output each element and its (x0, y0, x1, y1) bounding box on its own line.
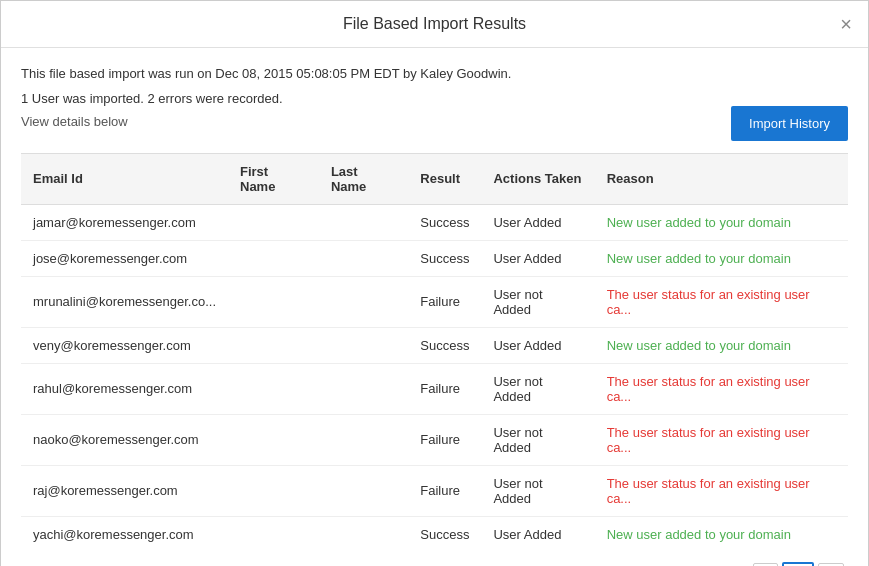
top-row: This file based import was run on Dec 08… (21, 64, 848, 141)
cell-actions: User Added (481, 327, 594, 363)
cell-email: jamar@koremessenger.com (21, 204, 228, 240)
col-lastname: Last Name (319, 153, 408, 204)
modal-title: File Based Import Results (343, 15, 526, 33)
cell-firstname (228, 276, 319, 327)
col-actions: Actions Taken (481, 153, 594, 204)
table-row: naoko@koremessenger.com Failure User not… (21, 414, 848, 465)
cell-actions: User not Added (481, 276, 594, 327)
prev-page-button[interactable]: « (753, 563, 779, 566)
cell-lastname (319, 240, 408, 276)
table-row: rahul@koremessenger.com Failure User not… (21, 363, 848, 414)
cell-email: raj@koremessenger.com (21, 465, 228, 516)
pagination: « 1 » (21, 552, 848, 566)
col-reason: Reason (595, 153, 848, 204)
info-section: This file based import was run on Dec 08… (21, 64, 511, 141)
col-result: Result (408, 153, 481, 204)
cell-email: mrunalini@koremessenger.co... (21, 276, 228, 327)
cell-actions: User Added (481, 204, 594, 240)
next-page-button[interactable]: » (818, 563, 844, 566)
cell-firstname (228, 204, 319, 240)
cell-reason: The user status for an existing user ca.… (595, 276, 848, 327)
close-button[interactable]: × (840, 14, 852, 34)
cell-email: veny@koremessenger.com (21, 327, 228, 363)
cell-firstname (228, 240, 319, 276)
info-line2: 1 User was imported. 2 errors were recor… (21, 89, 511, 110)
cell-actions: User not Added (481, 414, 594, 465)
view-details-text: View details below (21, 114, 511, 129)
cell-firstname (228, 414, 319, 465)
table-row: raj@koremessenger.com Failure User not A… (21, 465, 848, 516)
cell-reason: New user added to your domain (595, 204, 848, 240)
cell-lastname (319, 276, 408, 327)
cell-reason: The user status for an existing user ca.… (595, 414, 848, 465)
cell-reason: The user status for an existing user ca.… (595, 363, 848, 414)
modal-container: File Based Import Results × This file ba… (0, 0, 869, 566)
table-row: mrunalini@koremessenger.co... Failure Us… (21, 276, 848, 327)
cell-lastname (319, 327, 408, 363)
col-email: Email Id (21, 153, 228, 204)
cell-reason: The user status for an existing user ca.… (595, 465, 848, 516)
table-row: jamar@koremessenger.com Success User Add… (21, 204, 848, 240)
cell-actions: User Added (481, 516, 594, 552)
cell-lastname (319, 516, 408, 552)
current-page: 1 (782, 562, 814, 566)
cell-reason: New user added to your domain (595, 327, 848, 363)
cell-email: rahul@koremessenger.com (21, 363, 228, 414)
modal-header: File Based Import Results × (1, 1, 868, 48)
table-row: veny@koremessenger.com Success User Adde… (21, 327, 848, 363)
cell-actions: User Added (481, 240, 594, 276)
cell-firstname (228, 363, 319, 414)
import-history-button[interactable]: Import History (731, 106, 848, 141)
cell-result: Success (408, 327, 481, 363)
table-header-row: Email Id First Name Last Name Result Act… (21, 153, 848, 204)
table-row: yachi@koremessenger.com Success User Add… (21, 516, 848, 552)
cell-result: Failure (408, 465, 481, 516)
table-row: jose@koremessenger.com Success User Adde… (21, 240, 848, 276)
cell-actions: User not Added (481, 465, 594, 516)
results-table: Email Id First Name Last Name Result Act… (21, 153, 848, 552)
cell-result: Failure (408, 363, 481, 414)
cell-email: naoko@koremessenger.com (21, 414, 228, 465)
cell-result: Success (408, 204, 481, 240)
cell-result: Failure (408, 414, 481, 465)
cell-email: jose@koremessenger.com (21, 240, 228, 276)
cell-email: yachi@koremessenger.com (21, 516, 228, 552)
cell-result: Failure (408, 276, 481, 327)
cell-actions: User not Added (481, 363, 594, 414)
cell-lastname (319, 414, 408, 465)
cell-result: Success (408, 240, 481, 276)
cell-firstname (228, 516, 319, 552)
modal-body: This file based import was run on Dec 08… (1, 48, 868, 566)
cell-lastname (319, 465, 408, 516)
cell-reason: New user added to your domain (595, 240, 848, 276)
cell-reason: New user added to your domain (595, 516, 848, 552)
cell-firstname (228, 327, 319, 363)
info-line1: This file based import was run on Dec 08… (21, 64, 511, 85)
cell-lastname (319, 204, 408, 240)
cell-lastname (319, 363, 408, 414)
cell-result: Success (408, 516, 481, 552)
cell-firstname (228, 465, 319, 516)
col-firstname: First Name (228, 153, 319, 204)
